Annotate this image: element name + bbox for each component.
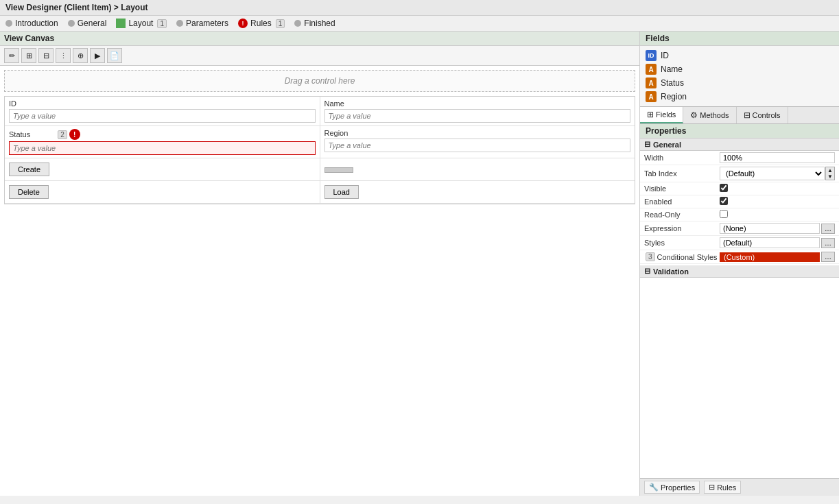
form-row-2: Status 2 ! Region (5, 126, 635, 158)
toolbar-grid[interactable]: ⊞ (21, 48, 36, 63)
tab-layout-label: Layout (128, 19, 153, 28)
field-region-label: Region (661, 92, 687, 101)
toolbar-columns[interactable]: ⋮ (56, 48, 71, 63)
toolbar-add-row[interactable]: ⊕ (73, 48, 88, 63)
tab-parameters-label: Parameters (186, 19, 228, 28)
tab-layout[interactable]: Layout 1 (116, 19, 167, 28)
form-button-row-2: Delete Load (5, 181, 635, 204)
toolbar-file[interactable]: 📄 (107, 48, 122, 63)
input-id[interactable] (9, 109, 316, 123)
prop-width-input[interactable] (720, 152, 835, 163)
tab-fields[interactable]: ⊞ Fields (640, 107, 683, 123)
tab-layout-badge: 1 (157, 19, 167, 28)
tab-general-dot (68, 20, 75, 27)
create-button[interactable]: Create (9, 163, 49, 176)
prop-readonly-row: Read-Only (640, 208, 839, 221)
title-bar: View Designer (Client Item) > Layout (0, 0, 839, 16)
properties-panel: Properties ⊟ General Width Tab Index (640, 124, 839, 496)
tab-controls[interactable]: ⊟ Controls (737, 107, 788, 123)
prop-enabled-checkbox[interactable] (720, 197, 728, 205)
tab-general-label: General (78, 19, 107, 28)
prop-styles-ellipsis[interactable]: … (821, 238, 835, 248)
form-row-1: ID Name (5, 97, 635, 126)
prop-width-label: Width (644, 154, 720, 162)
form-cell-region: Region (320, 126, 635, 158)
prop-expression-label: Expression (644, 224, 720, 232)
prop-tabindex-value: (Default) ▲ ▼ (720, 167, 835, 180)
drag-drop-area: Drag a control here (4, 70, 635, 92)
input-status[interactable] (9, 141, 316, 155)
toolbar-pencil[interactable]: ✏ (4, 48, 19, 63)
prop-conditional-red: (Custom) (720, 252, 820, 262)
prop-readonly-checkbox[interactable] (720, 210, 728, 218)
tab-fields-label: Fields (656, 110, 676, 119)
properties-header: Properties (640, 124, 839, 139)
gray-button[interactable] (324, 167, 353, 173)
label-status: Status 2 ! (9, 129, 316, 140)
label-id: ID (9, 99, 316, 108)
prop-expression-input[interactable] (720, 223, 820, 234)
field-item-name[interactable]: A Name (646, 62, 834, 76)
val-properties-tab[interactable]: 🔧 Properties (644, 481, 700, 494)
tab-fields-icon: ⊞ (647, 110, 654, 119)
val-rules-icon: ⊟ (709, 483, 715, 492)
field-name-label: Name (661, 64, 683, 74)
tab-parameters[interactable]: Parameters (176, 19, 228, 28)
prop-conditional-value: (Custom) … (720, 252, 835, 262)
fields-panel-tabs: ⊞ Fields ⚙ Methods ⊟ Controls (640, 106, 839, 123)
prop-width-value (720, 152, 835, 163)
prop-styles-input[interactable] (720, 237, 820, 248)
tab-intro-dot (5, 20, 12, 27)
tab-introduction[interactable]: Introduction (5, 19, 58, 28)
prop-enabled-value (720, 197, 835, 206)
tab-methods[interactable]: ⚙ Methods (683, 107, 736, 123)
field-id-label: ID (661, 51, 669, 60)
label-region: Region (324, 129, 631, 137)
prop-conditional-label: 3 Conditional Styles (644, 252, 720, 261)
tabindex-up[interactable]: ▲ (826, 167, 834, 173)
form-cell-id: ID (5, 97, 320, 125)
field-id-icon: ID (646, 50, 657, 61)
field-item-id[interactable]: ID ID (646, 49, 834, 62)
prop-conditional-row: 3 Conditional Styles (Custom) … (640, 250, 839, 264)
toolbar-table[interactable]: ⊟ (38, 48, 54, 63)
field-name-icon: A (646, 64, 657, 75)
validation-title: Validation (653, 267, 689, 276)
val-rules-label: Rules (717, 483, 736, 492)
tab-finished-dot (294, 20, 301, 27)
input-region[interactable] (324, 139, 631, 152)
load-button[interactable]: Load (324, 185, 359, 199)
general-collapse-icon[interactable]: ⊟ (644, 140, 650, 149)
prop-conditional-ellipsis[interactable]: … (821, 252, 835, 262)
tab-rules-label: Rules (250, 19, 272, 28)
prop-visible-label: Visible (644, 184, 720, 193)
delete-button[interactable]: Delete (9, 185, 49, 199)
canvas-header: View Canvas (0, 32, 639, 46)
tab-finished-label: Finished (304, 19, 335, 28)
tab-rules-badge: 1 (276, 19, 285, 28)
prop-readonly-value (720, 210, 835, 219)
prop-visible-checkbox[interactable] (720, 184, 728, 192)
tab-finished[interactable]: Finished (294, 19, 335, 28)
field-status-icon: A (646, 77, 657, 88)
right-panel: Fields ID ID A Name A Status A Region (640, 32, 839, 496)
field-item-region[interactable]: A Region (646, 90, 834, 104)
tabindex-down[interactable]: ▼ (826, 173, 834, 180)
tab-rules-dot: ! (238, 19, 248, 28)
fields-list: ID ID A Name A Status A Region (640, 46, 839, 106)
prop-tabindex-label: Tab Index (644, 169, 720, 178)
tab-general[interactable]: General (68, 19, 107, 28)
validation-collapse-icon[interactable]: ⊟ (644, 267, 650, 276)
toolbar-script[interactable]: ▶ (90, 48, 105, 63)
properties-content: ⊟ General Width Tab Index (640, 139, 839, 478)
prop-expression-ellipsis[interactable]: … (821, 224, 835, 234)
validation-tabs: 🔧 Properties ⊟ Rules (640, 478, 839, 496)
tab-rules[interactable]: ! Rules 1 (238, 19, 285, 28)
field-item-status[interactable]: A Status (646, 76, 834, 90)
fields-panel: Fields ID ID A Name A Status A Region (640, 32, 839, 124)
drag-area-text: Drag a control here (285, 76, 355, 86)
form-button-row-1: Create (5, 158, 635, 181)
input-name[interactable] (324, 109, 631, 123)
val-rules-tab[interactable]: ⊟ Rules (704, 481, 741, 494)
prop-tabindex-select[interactable]: (Default) (720, 167, 825, 180)
